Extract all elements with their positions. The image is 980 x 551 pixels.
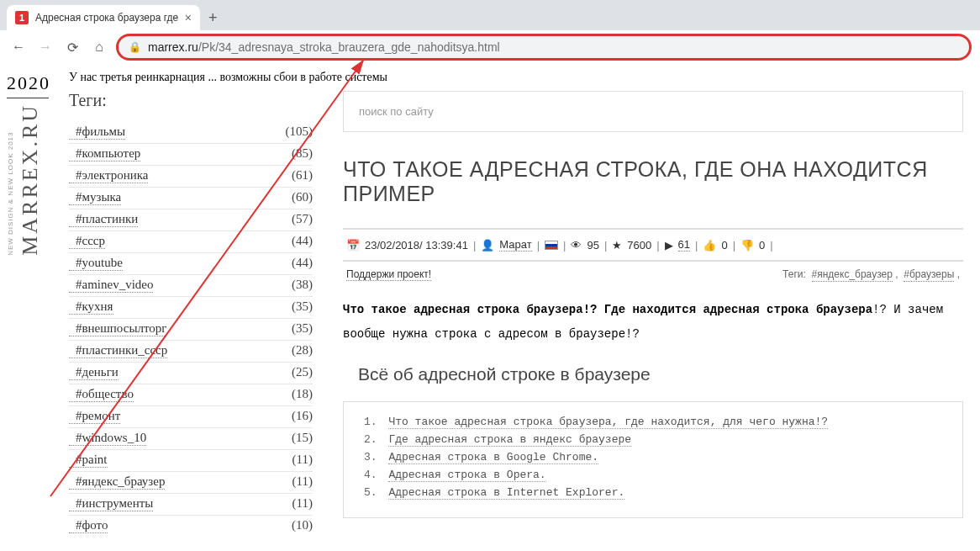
address-bar[interactable]: 🔒 marrex.ru/Pk/34_adresnaya_stroka_brauz… bbox=[116, 34, 972, 61]
tag-item[interactable]: #кухня(35) bbox=[69, 296, 313, 315]
tagline: NEW DISIGN & NEW LOOK 2013 bbox=[7, 107, 14, 256]
star-icon: ★ bbox=[612, 239, 622, 252]
tag-item[interactable]: #пластинки_ссср(28) bbox=[69, 340, 313, 358]
thumbs-up-icon[interactable]: 👍 bbox=[703, 239, 716, 252]
tag-link[interactable]: #яндекс_браузер bbox=[69, 474, 165, 490]
content: поиск по сайту ЧТО ТАКОЕ АДРЕСНАЯ СТРОКА… bbox=[343, 91, 963, 537]
tag-count: (35) bbox=[292, 321, 313, 336]
tab-strip: 1 Адресная строка браузера где × + bbox=[0, 0, 980, 30]
tag-count: (11) bbox=[292, 474, 313, 489]
tag-item[interactable]: #деньги(25) bbox=[69, 362, 313, 380]
tag-item[interactable]: #ссср(44) bbox=[69, 230, 313, 249]
tag-item[interactable]: #общество(18) bbox=[69, 384, 313, 402]
tag-item[interactable]: #фильмы(105) bbox=[69, 122, 313, 140]
tag-link[interactable]: #общество bbox=[69, 387, 134, 402]
meta-yt[interactable]: 61 bbox=[678, 238, 690, 252]
tag-count: (28) bbox=[292, 343, 313, 358]
tag-item[interactable]: #электроника(61) bbox=[69, 165, 313, 183]
tag-list: #фильмы(105)#компьютер(85)#электроника(6… bbox=[69, 122, 313, 533]
tag-link[interactable]: #windows_10 bbox=[69, 431, 146, 446]
meta-views: 95 bbox=[587, 239, 598, 252]
tag-link[interactable]: #компьютер bbox=[69, 146, 140, 162]
tag-item[interactable]: #яндекс_браузер(11) bbox=[69, 471, 313, 490]
toc-link[interactable]: Адресная строка в Opera. bbox=[388, 469, 545, 482]
url-text: marrex.ru/Pk/34_adresnaya_stroka_brauzer… bbox=[148, 40, 959, 54]
toc-item: Адресная строка в Internet Explorer. bbox=[364, 486, 942, 499]
toc-link[interactable]: Адресная строка в Internet Explorer. bbox=[388, 486, 624, 500]
toolbar: ← → ⟳ ⌂ 🔒 marrex.ru/Pk/34_adresnaya_stro… bbox=[0, 30, 980, 64]
toc-item: Адресная строка в Opera. bbox=[364, 469, 942, 481]
toc-link[interactable]: Где адресная строка в яндекс браузере bbox=[388, 433, 631, 447]
tag-count: (18) bbox=[292, 387, 313, 401]
search-input[interactable]: поиск по сайту bbox=[343, 91, 963, 132]
youtube-icon: ▶ bbox=[665, 239, 673, 252]
page-body: 2020 NEW DISIGN & NEW LOOK 2013 MARREX.R… bbox=[0, 64, 980, 537]
tag-count: (57) bbox=[292, 212, 313, 226]
tag-link[interactable]: #пластинки bbox=[69, 212, 138, 227]
tag-item[interactable]: #paint(11) bbox=[69, 449, 313, 468]
tag-item[interactable]: #внешпосылторг(35) bbox=[69, 318, 313, 336]
tag-link[interactable]: #фильмы bbox=[69, 125, 125, 140]
tab-title: Адресная строка браузера где bbox=[35, 12, 180, 24]
toc-item: Что такое адресная строка браузера, где … bbox=[364, 416, 942, 428]
toc-item: Адресная строка в Google Chrome. bbox=[364, 451, 942, 464]
tag-count: (44) bbox=[292, 256, 313, 270]
tag-item[interactable]: #музыка(60) bbox=[69, 187, 313, 205]
tag-item[interactable]: #youtube(44) bbox=[69, 252, 313, 271]
main-area: У нас третья реинкарнация ... возможны с… bbox=[49, 64, 980, 537]
tag-count: (38) bbox=[292, 278, 313, 292]
new-tab-button[interactable]: + bbox=[208, 9, 218, 27]
tag-link[interactable]: #ссср bbox=[69, 234, 105, 249]
user-icon: 👤 bbox=[481, 239, 494, 252]
toc-link[interactable]: Что такое адресная строка браузера, где … bbox=[388, 416, 828, 429]
tag-count: (25) bbox=[292, 365, 313, 379]
tag-link[interactable]: #фото bbox=[69, 518, 108, 533]
intro-text: Что такое адресная строка браузера!? Где… bbox=[343, 298, 963, 347]
tags-label: Теги: bbox=[782, 268, 806, 280]
tag-item[interactable]: #компьютер(85) bbox=[69, 143, 313, 162]
tag-count: (35) bbox=[292, 299, 313, 314]
sub-meta: Поддержи проект! Теги: #яндекс_браузер ,… bbox=[343, 262, 963, 298]
back-button[interactable]: ← bbox=[8, 37, 29, 57]
tag-item[interactable]: #aminev_video(38) bbox=[69, 274, 313, 293]
toc: Что такое адресная строка браузера, где … bbox=[343, 401, 963, 518]
tag-link[interactable]: #инструменты bbox=[69, 496, 153, 511]
tag-link[interactable]: #aminev_video bbox=[69, 278, 153, 293]
support-link[interactable]: Поддержи проект! bbox=[346, 268, 431, 281]
meta-down: 0 bbox=[759, 239, 765, 252]
tag-count: (11) bbox=[292, 496, 313, 511]
home-button[interactable]: ⌂ bbox=[89, 37, 109, 57]
sidebar: Теги: #фильмы(105)#компьютер(85)#электро… bbox=[69, 91, 313, 537]
thumbs-down-icon[interactable]: 👎 bbox=[740, 239, 754, 252]
tag-link[interactable]: #ремонт bbox=[69, 409, 120, 424]
flag-icon bbox=[545, 241, 558, 250]
meta-bar: 📅 23/02/2018/ 13:39:41 | 👤 Марат | | 👁 9… bbox=[343, 228, 963, 262]
tag-count: (16) bbox=[292, 409, 313, 423]
section-heading: Всё об адресной строке в браузере bbox=[358, 364, 963, 384]
tag-item[interactable]: #пластинки(57) bbox=[69, 209, 313, 227]
tag-count: (105) bbox=[286, 125, 313, 139]
author-link[interactable]: Марат bbox=[499, 238, 531, 252]
article-tag-2[interactable]: #браузеры bbox=[904, 268, 954, 282]
toc-link[interactable]: Адресная строка в Google Chrome. bbox=[388, 451, 598, 464]
tag-item[interactable]: #инструменты(11) bbox=[69, 493, 313, 511]
tag-item[interactable]: #ремонт(16) bbox=[69, 405, 313, 424]
tag-link[interactable]: #деньги bbox=[69, 365, 119, 380]
tag-link[interactable]: #внешпосылторг bbox=[69, 321, 166, 336]
forward-button[interactable]: → bbox=[35, 37, 55, 57]
tag-item[interactable]: #фото(10) bbox=[69, 515, 313, 533]
tag-count: (61) bbox=[292, 168, 313, 183]
tag-count: (85) bbox=[292, 146, 313, 161]
reload-button[interactable]: ⟳ bbox=[62, 37, 82, 57]
tag-item[interactable]: #windows_10(15) bbox=[69, 427, 313, 446]
tag-link[interactable]: #кухня bbox=[69, 299, 113, 315]
article-tag-1[interactable]: #яндекс_браузер bbox=[812, 268, 893, 282]
close-icon[interactable]: × bbox=[185, 11, 192, 24]
notice: У нас третья реинкарнация ... возможны с… bbox=[49, 64, 980, 91]
tag-link[interactable]: #пластинки_ссср bbox=[69, 343, 167, 358]
browser-tab[interactable]: 1 Адресная строка браузера где × bbox=[7, 5, 200, 30]
tag-link[interactable]: #электроника bbox=[69, 168, 148, 183]
tag-link[interactable]: #youtube bbox=[69, 256, 123, 271]
tag-link[interactable]: #музыка bbox=[69, 190, 121, 205]
tag-link[interactable]: #paint bbox=[69, 453, 108, 468]
